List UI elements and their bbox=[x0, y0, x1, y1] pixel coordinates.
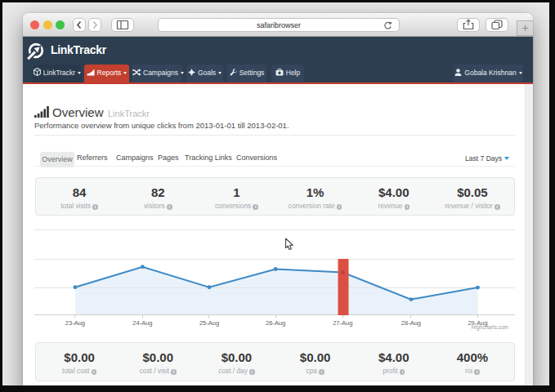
svg-text:Highcharts.com: Highcharts.com bbox=[472, 324, 508, 331]
svg-text:27-Aug: 27-Aug bbox=[333, 319, 352, 327]
svg-text:24-Aug: 24-Aug bbox=[132, 319, 152, 327]
svg-text:25-Aug: 25-Aug bbox=[199, 319, 219, 327]
svg-text:28-Aug: 28-Aug bbox=[401, 319, 421, 327]
svg-text:26-Aug: 26-Aug bbox=[266, 319, 285, 327]
svg-text:23-Aug: 23-Aug bbox=[65, 319, 85, 327]
